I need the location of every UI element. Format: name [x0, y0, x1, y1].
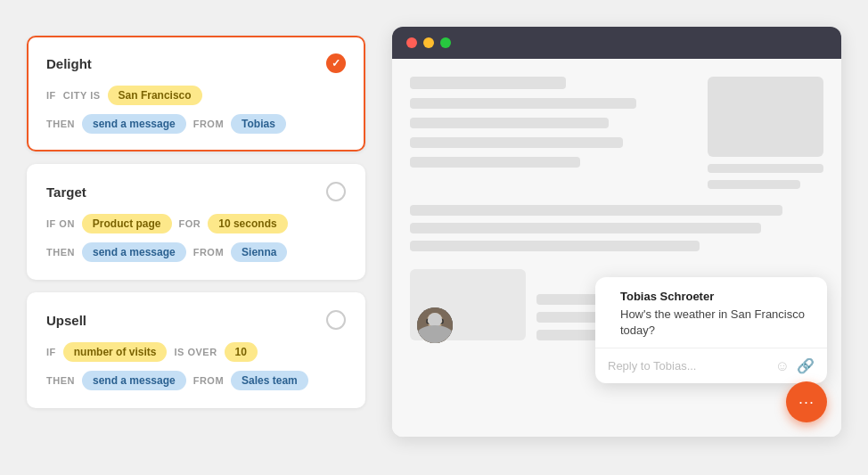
upsell-circle-icon — [326, 310, 346, 330]
tobias-avatar-container — [417, 307, 453, 343]
left-panel: Delight IF CITY IS San Francisco THEN se… — [27, 27, 365, 408]
target-for-label: FOR — [179, 218, 201, 229]
skeleton-right-line-2 — [708, 180, 800, 189]
skeleton-top — [410, 77, 823, 189]
delight-title: Delight — [46, 56, 92, 71]
attach-icon[interactable]: 🔗 — [797, 357, 815, 374]
upsell-visits-tag[interactable]: number of visits — [63, 342, 168, 362]
delight-row-2: THEN send a message FROM Tobias — [46, 114, 346, 134]
skeleton-mid-1 — [410, 205, 782, 216]
upsell-title: Upsell — [46, 313, 86, 328]
avatar-image — [417, 307, 453, 343]
svg-point-2 — [422, 331, 448, 343]
emoji-icon[interactable]: ☺ — [775, 358, 790, 374]
tobias-avatar — [417, 307, 453, 343]
svg-rect-3 — [427, 319, 433, 323]
svg-rect-0 — [417, 307, 453, 343]
main-container: Delight IF CITY IS San Francisco THEN se… — [0, 0, 868, 475]
chat-fab-dots: ··· — [798, 393, 815, 412]
chat-popup: Tobias Schroeter How's the weather in Sa… — [595, 277, 827, 383]
upsell-card-header: Upsell — [46, 310, 346, 330]
delight-card-header: Delight — [46, 53, 346, 73]
skeleton-line-4 — [410, 137, 623, 148]
target-seconds-tag[interactable]: 10 seconds — [208, 214, 287, 233]
browser-dot-red — [406, 37, 417, 48]
chat-reply-placeholder[interactable]: Reply to Tobias... — [608, 359, 775, 373]
chat-message: How's the weather in San Francisco today… — [620, 307, 813, 339]
upsell-row-2: THEN send a message FROM Sales team — [46, 371, 346, 390]
target-card[interactable]: Target IF ON Product page FOR 10 seconds… — [27, 164, 365, 280]
browser-content: Tobias Schroeter How's the weather in Sa… — [392, 59, 841, 437]
skeleton-mid-2 — [410, 223, 761, 233]
skeleton-right-line-1 — [708, 164, 823, 173]
target-card-header: Target — [46, 182, 346, 201]
upsell-count-tag[interactable]: 10 — [225, 342, 258, 362]
delight-from-tag[interactable]: Tobias — [231, 114, 286, 134]
skeleton-image — [708, 77, 823, 157]
delight-then-label: THEN — [46, 119, 75, 129]
delight-city-is-label: CITY IS — [63, 90, 101, 101]
upsell-row-1: IF number of visits IS OVER 10 — [46, 342, 346, 362]
delight-check-icon — [326, 53, 346, 73]
target-send-tag[interactable]: send a message — [82, 242, 186, 262]
chat-fab-button[interactable]: ··· — [786, 381, 827, 422]
skeleton-line-2 — [410, 98, 636, 109]
target-from-label: FROM — [193, 247, 224, 258]
skeleton-left — [410, 77, 693, 189]
skeleton-line-3 — [410, 118, 609, 128]
upsell-from-tag[interactable]: Sales team — [231, 371, 308, 390]
chat-reply-bar[interactable]: Reply to Tobias... ☺ 🔗 — [595, 348, 827, 383]
svg-point-1 — [427, 313, 443, 329]
upsell-send-tag[interactable]: send a message — [82, 371, 186, 390]
chat-reply-icons: ☺ 🔗 — [775, 357, 815, 374]
skeleton-mid — [410, 205, 823, 251]
skeleton-line-5 — [410, 157, 580, 168]
chat-sender: Tobias Schroeter — [620, 290, 813, 303]
upsell-if-label: IF — [46, 347, 56, 357]
chat-text-area: Tobias Schroeter How's the weather in Sa… — [620, 290, 813, 339]
upsell-from-label: FROM — [193, 375, 224, 386]
target-then-label: THEN — [46, 247, 75, 258]
delight-send-tag[interactable]: send a message — [82, 114, 186, 134]
target-from-tag[interactable]: Sienna — [231, 242, 287, 262]
skeleton-right — [708, 77, 823, 189]
upsell-then-label: THEN — [46, 375, 75, 386]
avatar-svg — [417, 307, 453, 343]
target-row-2: THEN send a message FROM Sienna — [46, 242, 346, 262]
browser-panel: Tobias Schroeter How's the weather in Sa… — [392, 27, 841, 437]
browser-dot-yellow — [423, 37, 434, 48]
target-title: Target — [46, 184, 86, 200]
delight-city-tag[interactable]: San Francisco — [108, 86, 202, 105]
chat-popup-header: Tobias Schroeter How's the weather in Sa… — [595, 277, 827, 348]
target-if-on-label: IF ON — [46, 218, 75, 229]
delight-row-1: IF CITY IS San Francisco — [46, 86, 346, 105]
browser-bar — [392, 27, 841, 59]
delight-from-label: FROM — [193, 119, 224, 129]
delight-card[interactable]: Delight IF CITY IS San Francisco THEN se… — [27, 36, 365, 152]
skeleton-mid-3 — [410, 241, 700, 251]
browser-dot-green — [440, 37, 451, 48]
skeleton-line-1 — [410, 77, 566, 89]
upsell-card[interactable]: Upsell IF number of visits IS OVER 10 TH… — [27, 292, 365, 408]
delight-if-label: IF — [46, 90, 56, 101]
target-page-tag[interactable]: Product page — [82, 214, 172, 233]
target-row-1: IF ON Product page FOR 10 seconds — [46, 214, 346, 233]
upsell-is-over-label: IS OVER — [174, 347, 217, 357]
target-circle-icon — [326, 182, 346, 201]
